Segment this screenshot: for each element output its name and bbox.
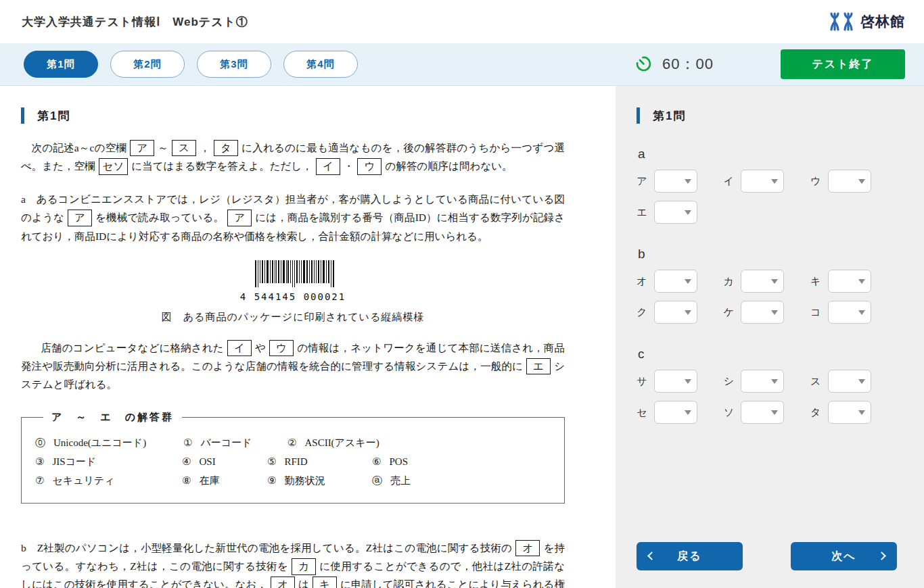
publisher-name: 啓林館 <box>860 12 905 31</box>
blank-box-ア: ア <box>227 210 252 226</box>
answer-cell-セ: セ <box>637 401 723 424</box>
header: 大学入学共通テスト情報Ⅰ Webテスト① <box>0 0 924 43</box>
question-content: 第1問 次の記述a～cの空欄ア～ス，タに入れるのに最も適当なものを，後の解答群の… <box>0 86 616 588</box>
panel-heading-label: 第1問 <box>653 108 686 124</box>
select-label-ウ: ウ <box>810 175 821 188</box>
question-tabs: 第1問第2問第3問第4問 <box>24 51 358 78</box>
app-window: 大学入学共通テスト情報Ⅰ Webテスト① <box>0 0 924 588</box>
blank-box-ス: ス <box>172 140 196 156</box>
heading-accent-bar <box>21 107 24 124</box>
publisher-logo: 啓林館 <box>829 11 905 32</box>
page-title: 大学入学共通テスト情報Ⅰ Webテスト① <box>22 14 248 30</box>
barcode-image: 4 544145 000021 <box>240 260 346 302</box>
answer-select-ス[interactable] <box>828 370 871 393</box>
answer-group-label-c: c <box>638 347 897 362</box>
select-label-ケ: ケ <box>723 306 734 319</box>
answer-select-キ[interactable] <box>828 270 871 293</box>
answer-option-⑥: ⑥POS <box>372 456 551 468</box>
answer-select-オ[interactable] <box>654 270 697 293</box>
select-label-セ: セ <box>637 406 647 419</box>
answer-select-シ[interactable] <box>741 370 784 393</box>
question-text: ～ <box>158 142 168 153</box>
question-heading: 第1問 <box>21 107 565 124</box>
select-label-シ: シ <box>723 375 734 388</box>
back-button[interactable]: 戻る <box>637 542 743 570</box>
question-text: 店舗のコンピュータなどに格納された <box>41 342 223 353</box>
blank-box-タ: タ <box>214 140 238 156</box>
answer-choices-row: ③JISコード④OSI⑤RFID⑥POS <box>35 456 551 468</box>
answer-cell-タ: タ <box>810 401 897 424</box>
answer-panel: 第1問 aアイウエbオカキクケコcサシスセソタ 戻る 次へ <box>616 86 924 588</box>
question-paragraph-b: b Z社製のパソコンは，小型軽量化した新世代の電池を採用している。Z社はこの電池… <box>21 539 565 588</box>
answer-select-ク[interactable] <box>654 301 697 324</box>
blank-box-カ: カ <box>292 558 316 574</box>
answer-choices: ⓪Unicode(ユニコード)①バーコード②ASCII(アスキー)③JISコード… <box>35 437 551 487</box>
blank-box-ア: ア <box>68 210 92 226</box>
answer-select-サ[interactable] <box>654 370 697 393</box>
blank-box-オ: オ <box>271 577 295 588</box>
answer-cell-ケ: ケ <box>723 301 810 324</box>
timer-icon <box>634 54 653 75</box>
answer-cell-サ: サ <box>637 370 723 393</box>
question-paragraph-a2: 店舗のコンピュータなどに格納されたイやウの情報は，ネットワークを通じて本部に送信… <box>21 339 565 393</box>
answer-select-カ[interactable] <box>741 270 784 293</box>
blank-box-イ: イ <box>227 340 252 356</box>
select-label-コ: コ <box>810 306 821 319</box>
heading-accent-bar <box>637 107 640 124</box>
answer-option-④: ④OSI <box>182 456 267 468</box>
question-text: や <box>255 342 266 353</box>
answer-select-ウ[interactable] <box>828 170 871 193</box>
answer-option-⑧: ⑧在庫 <box>182 474 267 487</box>
blank-box-ア: ア <box>130 140 154 156</box>
answer-option-⓪: ⓪Unicode(ユニコード) <box>35 437 183 449</box>
blank-box-オ: オ <box>515 540 540 556</box>
tab-第4問[interactable]: 第4問 <box>283 51 358 78</box>
main-area: 第1問 次の記述a～cの空欄ア～ス，タに入れるのに最も適当なものを，後の解答群の… <box>0 86 924 588</box>
answer-cell-ウ: ウ <box>810 170 897 193</box>
answer-group-c: cサシスセソタ <box>637 347 897 424</box>
timer-value: 60：00 <box>662 54 714 74</box>
select-label-ス: ス <box>810 375 821 388</box>
select-label-オ: オ <box>637 275 647 288</box>
question-text: ， <box>200 142 210 153</box>
answer-cell-オ: オ <box>637 270 723 293</box>
answer-select-イ[interactable] <box>741 170 784 193</box>
answer-group-b: bオカキクケコ <box>637 247 897 324</box>
timer: 60：00 <box>634 54 714 75</box>
answer-select-タ[interactable] <box>828 401 871 424</box>
question-text: を機械で読み取っている。 <box>95 212 224 223</box>
answer-option-②: ②ASCII(アスキー) <box>287 437 551 449</box>
answer-option-⑦: ⑦セキュリティ <box>35 474 182 487</box>
chevron-right-icon <box>877 552 886 560</box>
answer-select-コ[interactable] <box>828 301 871 324</box>
answer-cell-ス: ス <box>810 370 897 393</box>
answer-select-エ[interactable] <box>654 201 697 224</box>
question-text: の解答の順序は問わない。 <box>385 160 512 172</box>
answer-select-ケ[interactable] <box>741 301 784 324</box>
tab-第3問[interactable]: 第3問 <box>197 51 271 78</box>
blank-box-ウ: ウ <box>269 340 294 356</box>
answer-option-①: ①バーコード <box>183 437 287 449</box>
answer-select-groups: aアイウエbオカキクケコcサシスセソタ <box>637 124 897 424</box>
panel-heading: 第1問 <box>637 107 897 124</box>
answer-select-セ[interactable] <box>654 401 697 424</box>
tab-第1問[interactable]: 第1問 <box>24 51 98 78</box>
next-button[interactable]: 次へ <box>791 542 897 570</box>
answer-select-ソ[interactable] <box>741 401 784 424</box>
answer-choices-box: ア ～ エ の解答群 ⓪Unicode(ユニコード)①バーコード②ASCII(ア… <box>21 411 565 504</box>
select-label-イ: イ <box>723 175 734 188</box>
answer-cell-カ: カ <box>723 270 810 293</box>
toolbar: 第1問第2問第3問第4問 60：00 テスト終了 <box>0 43 924 86</box>
answer-option-⑨: ⑨勤務状況 <box>267 474 372 487</box>
end-test-button[interactable]: テスト終了 <box>781 49 905 79</box>
answer-select-ア[interactable] <box>654 170 697 193</box>
answer-cell-エ: エ <box>637 201 723 224</box>
select-label-キ: キ <box>810 275 821 288</box>
answer-cell-シ: シ <box>723 370 810 393</box>
select-label-ク: ク <box>637 306 647 319</box>
tab-第2問[interactable]: 第2問 <box>110 51 185 78</box>
answer-cell-イ: イ <box>723 170 810 193</box>
answer-option-⑤: ⑤RFID <box>267 456 372 468</box>
question-paragraph-a: a あるコンビニエンスストアでは，レジ（レジスタ）担当者が，客が購入しようとして… <box>21 190 565 245</box>
panel-navigation: 戻る 次へ <box>637 542 897 570</box>
